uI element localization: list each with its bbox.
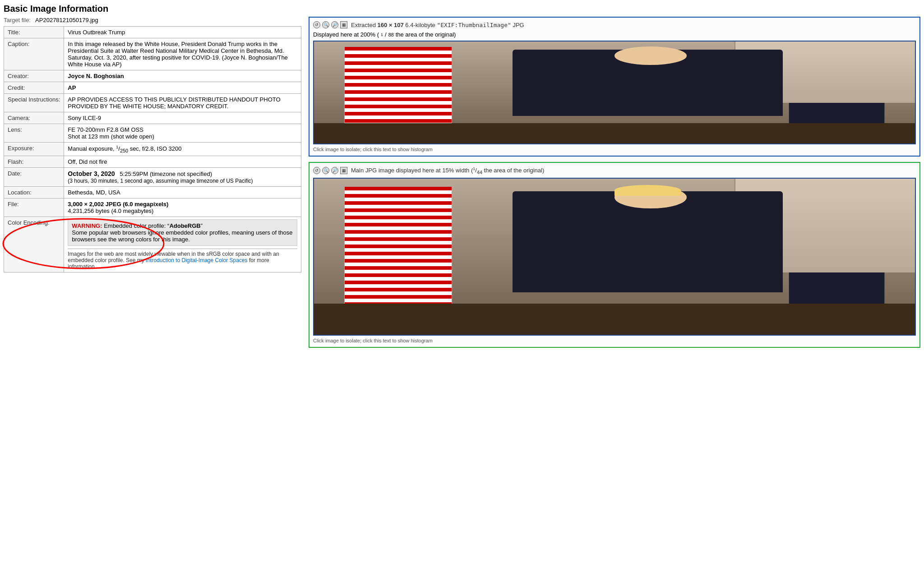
info-table: Title: Virus Outbreak Trump Caption: In … (4, 26, 301, 272)
table-row: Creator: Joyce N. Boghosian (4, 70, 301, 82)
field-creator: Creator: (4, 70, 64, 82)
warning-body: Some popular web browsers ignore embedde… (72, 229, 292, 243)
value-color: WARNING: Embedded color profile: “AdobeR… (64, 217, 301, 272)
magnify2-icon[interactable]: 🔎 (331, 21, 338, 28)
warning-label: WARNING: (72, 222, 102, 229)
magnify1-icon[interactable]: 🔍 (322, 21, 329, 28)
value-special: AP PROVIDES ACCESS TO THIS PUBLICLY DIST… (64, 94, 301, 112)
field-caption: Caption: (4, 38, 64, 70)
file-dimensions: 3,000 × 2,002 JPEG (6.0 megapixels) (68, 201, 168, 208)
flag-area-bottom (344, 186, 453, 319)
panel-icons-top: ↺ 🔍 🔎 ▦ (313, 21, 347, 28)
main-panel-header: ↺ 🔍 🔎 ▦ Main JPG image displayed here at… (313, 166, 916, 175)
thumbnail-header-text: Extracted 160 × 107 6.4-kilobyte "EXIF:T… (351, 22, 524, 28)
value-exposure: Manual exposure, 1/250 sec, f/2.8, ISO 3… (64, 143, 301, 156)
value-flash: Off, Did not fire (64, 156, 301, 167)
flag-area-top (344, 46, 453, 133)
value-credit: AP (64, 82, 301, 94)
photo-scene-top (314, 42, 915, 143)
field-color: Color Encoding: (4, 217, 64, 272)
table-row: Title: Virus Outbreak Trump (4, 27, 301, 38)
head (614, 46, 687, 65)
color-spaces-link[interactable]: Introduction to Digital-Image Color Spac… (146, 257, 247, 263)
date-bold: October 3, 2020 (68, 170, 115, 177)
magnify2-icon-2[interactable]: 🔎 (331, 167, 338, 174)
value-lens: FE 70-200mm F2.8 GM OSSShot at 123 mm (s… (64, 124, 301, 143)
desk-area-2 (314, 304, 915, 335)
table-row: Credit: AP (4, 82, 301, 94)
table-row: Exposure: Manual exposure, 1/250 sec, f/… (4, 143, 301, 156)
table-row: Lens: FE 70-200mm F2.8 GM OSSShot at 123… (4, 124, 301, 143)
target-file-value: AP20278121050179.jpg (35, 17, 98, 23)
field-camera: Camera: (4, 112, 64, 124)
thumbnail-panel-header: ↺ 🔍 🔎 ▦ Extracted 160 × 107 6.4-kilobyte… (313, 21, 916, 28)
thumbnail-panel: ↺ 🔍 🔎 ▦ Extracted 160 × 107 6.4-kilobyte… (309, 17, 920, 157)
panel-icons-bottom: ↺ 🔍 🔎 ▦ (313, 167, 347, 174)
thumbnail-image[interactable] (313, 41, 916, 144)
value-creator: Joyce N. Boghosian (64, 70, 301, 82)
table-row: Caption: In this image released by the W… (4, 38, 301, 70)
right-column: ↺ 🔍 🔎 ▦ Extracted 160 × 107 6.4-kilobyte… (309, 17, 920, 348)
main-header-text: Main JPG image displayed here at 15% wid… (351, 166, 544, 175)
date-time: 5:25:59PM (timezone not specified) (116, 171, 212, 177)
target-file-row: Target file: AP20278121050179.jpg (4, 17, 301, 23)
main-image[interactable] (313, 178, 916, 336)
value-caption: In this image released by the White Hous… (64, 38, 301, 70)
table-row: Camera: Sony ILCE-9 (4, 112, 301, 124)
main-image-click-hint[interactable]: Click image to isolate; click this text … (313, 338, 916, 343)
hair (614, 185, 681, 196)
color-warning-box: WARNING: Embedded color profile: “AdobeR… (68, 219, 297, 246)
photo-scene-bottom (314, 179, 915, 335)
table-row-file: File: 3,000 × 2,002 JPEG (6.0 megapixels… (4, 198, 301, 217)
field-date: Date: (4, 167, 64, 186)
field-lens: Lens: (4, 124, 64, 143)
warning-sub: Images for the web are most widely viewa… (68, 249, 297, 270)
left-column: Target file: AP20278121050179.jpg Title:… (4, 17, 301, 272)
thumbnail-display-text: Displayed here at 200% (1/88 the area of… (313, 31, 916, 38)
field-flash: Flash: (4, 156, 64, 167)
field-credit: Credit: (4, 82, 64, 94)
table-row-location: Location: Bethesda, MD, USA (4, 186, 301, 198)
table-row: Special Instructions: AP PROVIDES ACCESS… (4, 94, 301, 112)
page-title: Basic Image Information (4, 4, 920, 14)
field-exposure: Exposure: (4, 143, 64, 156)
warning-text: Embedded color profile: “AdobeRGB” (104, 222, 203, 229)
thumbnail-click-hint[interactable]: Click image to isolate; click this text … (313, 147, 916, 152)
table-row-color: Color Encoding: WARNING: Embedded color … (4, 217, 301, 272)
magnify1-icon-2[interactable]: 🔍 (322, 167, 329, 174)
table-row-flash: Flash: Off, Did not fire (4, 156, 301, 167)
value-location: Bethesda, MD, USA (64, 186, 301, 198)
date-detail: (3 hours, 30 minutes, 1 second ago, assu… (68, 178, 253, 184)
cycle-icon[interactable]: ↺ (313, 21, 320, 28)
grid-icon[interactable]: ▦ (340, 21, 347, 28)
field-title: Title: (4, 27, 64, 38)
field-location: Location: (4, 186, 64, 198)
main-image-panel: ↺ 🔍 🔎 ▦ Main JPG image displayed here at… (309, 162, 920, 348)
desk-area (314, 123, 915, 143)
grid-icon-2[interactable]: ▦ (340, 167, 347, 174)
value-file: 3,000 × 2,002 JPEG (6.0 megapixels) 4,23… (64, 198, 301, 217)
field-file: File: (4, 198, 64, 217)
field-special: Special Instructions: (4, 94, 64, 112)
value-camera: Sony ILCE-9 (64, 112, 301, 124)
table-row-date: Date: October 3, 2020 5:25:59PM (timezon… (4, 167, 301, 186)
target-file-label: Target file: (4, 17, 31, 23)
value-date: October 3, 2020 5:25:59PM (timezone not … (64, 167, 301, 186)
cycle-icon-2[interactable]: ↺ (313, 167, 320, 174)
file-size: 4,231,256 bytes (4.0 megabytes) (68, 208, 153, 214)
value-title: Virus Outbreak Trump (64, 27, 301, 38)
